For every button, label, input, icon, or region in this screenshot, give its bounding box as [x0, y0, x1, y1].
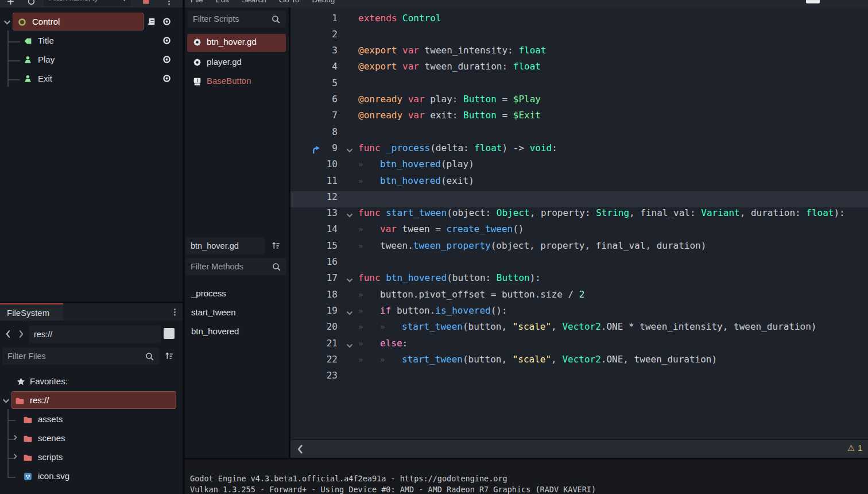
code-line-11[interactable]: 11»btn_hovered(exit)	[290, 175, 868, 191]
fold-arrow-icon[interactable]	[345, 146, 354, 155]
fs-item-scenes[interactable]: scenes	[0, 430, 183, 447]
scene-node-control[interactable]: Control	[0, 14, 183, 31]
line-number[interactable]: 14	[302, 223, 338, 234]
method-item-process[interactable]: _process	[185, 285, 289, 303]
code-line-7[interactable]: 7@onready var exit: Button = $Exit	[290, 110, 868, 126]
nav-forward-icon[interactable]	[16, 329, 26, 339]
collapse-arrow-icon[interactable]	[1, 396, 11, 406]
line-number[interactable]: 4	[302, 61, 338, 72]
line-number[interactable]: 8	[302, 126, 338, 137]
filter-files-input[interactable]: Filter Files	[2, 348, 160, 365]
code-line-13[interactable]: 13func start_tween(object: Object, prope…	[290, 207, 868, 223]
code-line-3[interactable]: 3@export var tween_intensity: float	[290, 45, 868, 61]
menu-edit[interactable]: Edit	[216, 0, 229, 4]
expand-arrow-icon[interactable]	[11, 453, 19, 460]
code-line-6[interactable]: 6@onready var play: Button = $Play	[290, 94, 868, 110]
line-number[interactable]: 9	[302, 142, 338, 153]
attached-script-icon[interactable]	[147, 17, 157, 26]
warnings-indicator[interactable]: ⚠ 1	[847, 443, 862, 453]
visibility-eye-icon[interactable]	[162, 55, 172, 64]
line-number[interactable]: 7	[302, 110, 338, 121]
path-field[interactable]: res://	[29, 326, 161, 343]
line-number[interactable]: 17	[302, 272, 338, 283]
code-line-9[interactable]: 9func _process(delta: float) -> void:	[290, 142, 868, 159]
fs-item-icon-svg[interactable]: icon.svg	[0, 468, 183, 485]
code-line-23[interactable]: 23	[290, 370, 868, 386]
kebab-menu-icon[interactable]	[164, 0, 174, 6]
menu-file[interactable]: File	[191, 0, 203, 4]
scene-node-title[interactable]: Title	[0, 33, 183, 50]
fold-arrow-icon[interactable]	[345, 341, 354, 350]
fold-arrow-icon[interactable]	[345, 211, 354, 220]
toggle-split-mode-button[interactable]	[164, 328, 175, 339]
line-number[interactable]: 11	[302, 175, 338, 186]
fold-arrow-icon[interactable]	[345, 308, 354, 318]
visibility-eye-icon[interactable]	[162, 36, 172, 45]
code-line-19[interactable]: 19»if button.is_hovered():	[290, 305, 868, 321]
line-number[interactable]: 23	[302, 370, 338, 381]
method-sort-icon[interactable]	[271, 241, 281, 250]
line-number[interactable]: 12	[302, 191, 338, 202]
nav-back-icon[interactable]	[3, 329, 13, 339]
code-line-1[interactable]: 1extends Control	[290, 13, 868, 29]
line-number[interactable]: 6	[302, 94, 338, 105]
code-line-5[interactable]: 5	[290, 78, 868, 94]
visibility-eye-icon[interactable]	[162, 17, 172, 26]
code-line-20[interactable]: 20»»start_tween(button, "scale", Vector2…	[290, 321, 868, 337]
instantiate-scene-icon[interactable]	[26, 0, 36, 6]
code-line-4[interactable]: 4@export var tween_duration: float	[290, 61, 868, 77]
code-line-16[interactable]: 16	[290, 256, 868, 272]
script-item-btn-hover-gd[interactable]: btn_hover.gd	[185, 34, 289, 51]
code-line-17[interactable]: 17func btn_hovered(button: Button):	[290, 272, 868, 288]
menu-go-to[interactable]: Go To	[279, 0, 300, 4]
line-number[interactable]: 2	[302, 29, 338, 40]
fs-item-assets[interactable]: assets	[0, 411, 183, 429]
code-line-18[interactable]: 18»button.pivot_offset = button.size / 2	[290, 289, 868, 305]
code-line-10[interactable]: 10»btn_hovered(play)	[290, 159, 868, 175]
code-line-22[interactable]: 22»»start_tween(button, "scale", Vector2…	[290, 354, 868, 370]
attach-script-toolbar-icon[interactable]	[141, 0, 151, 6]
line-number[interactable]: 5	[302, 78, 338, 88]
method-item-start-tween[interactable]: start_tween	[185, 304, 289, 322]
fs-item-res-[interactable]: res://	[0, 392, 183, 410]
expand-arrow-icon[interactable]	[11, 434, 19, 441]
line-number[interactable]: 3	[302, 45, 338, 56]
line-number[interactable]: 18	[302, 289, 338, 300]
line-number[interactable]: 19	[302, 305, 338, 316]
scene-node-play[interactable]: Play	[0, 52, 183, 69]
file-sort-icon[interactable]	[164, 351, 174, 361]
add-node-icon[interactable]	[6, 0, 16, 6]
line-number[interactable]: 13	[302, 207, 338, 218]
script-menu-bar[interactable]: FileEditSearchGo ToDebug	[185, 0, 868, 7]
code-line-14[interactable]: 14»var tween = create_tween()	[290, 223, 868, 240]
online-docs-icon[interactable]	[806, 0, 820, 3]
menu-debug[interactable]: Debug	[312, 0, 335, 4]
script-item-basebutton[interactable]: BaseButton	[185, 73, 289, 90]
menu-search[interactable]: Search	[242, 0, 266, 4]
collapse-scripts-panel-icon[interactable]	[295, 444, 305, 454]
line-number[interactable]: 16	[302, 256, 338, 267]
fs-item-scripts[interactable]: scripts	[0, 449, 183, 466]
collapse-arrow-icon[interactable]	[2, 17, 12, 27]
line-number[interactable]: 1	[302, 13, 338, 24]
current-script-field[interactable]: btn_hover.gd	[185, 237, 265, 254]
code-line-2[interactable]: 2	[290, 29, 868, 45]
code-line-12[interactable]: 12	[290, 191, 868, 207]
visibility-eye-icon[interactable]	[162, 74, 172, 83]
tab-filesystem[interactable]: FileSystem	[0, 303, 63, 321]
code-editor[interactable]: 1extends Control23@export var tween_inte…	[290, 7, 868, 439]
scene-filter-input[interactable]: Filter: name, ty	[44, 0, 131, 6]
code-line-21[interactable]: 21»else:	[290, 338, 868, 354]
line-number[interactable]: 10	[302, 159, 338, 169]
filesystem-kebab-menu-icon[interactable]	[170, 307, 180, 317]
fold-arrow-icon[interactable]	[345, 276, 354, 285]
line-number[interactable]: 22	[302, 354, 338, 365]
method-item-btn-hovered[interactable]: btn_hovered	[185, 323, 289, 341]
filter-scripts-input[interactable]: Filter Scripts	[188, 10, 286, 28]
favorites-row[interactable]: Favorites:	[0, 373, 183, 391]
code-line-15[interactable]: 15»tween.tween_property(object, property…	[290, 240, 868, 256]
filter-methods-input[interactable]: Filter Methods	[185, 258, 286, 275]
script-item-player-gd[interactable]: player.gd	[185, 54, 289, 71]
code-line-8[interactable]: 8	[290, 126, 868, 142]
line-number[interactable]: 20	[302, 321, 338, 332]
